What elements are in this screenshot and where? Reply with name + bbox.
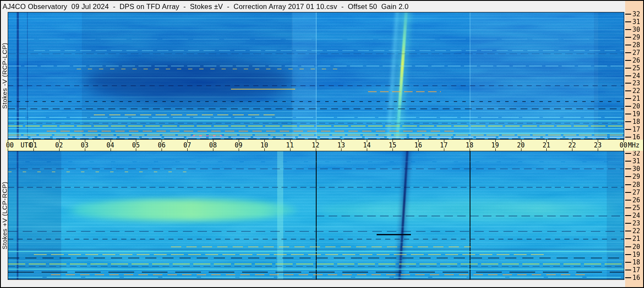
column-shade: [470, 12, 598, 139]
diagonal-streak: [391, 12, 412, 140]
interference-line: [8, 187, 624, 188]
title-bar: AJ4CO Observatory 09 Jul 2024 - DPS on T…: [1, 1, 625, 12]
column-shade: [277, 151, 283, 279]
interference-line: [171, 246, 471, 247]
interference-line: [8, 258, 624, 258]
interference-line: [8, 171, 188, 172]
hour-label: 21: [540, 141, 553, 149]
interference-line: [192, 135, 222, 136]
interference-line: [34, 254, 548, 255]
column-shade: [82, 12, 293, 139]
interference-line: [8, 279, 624, 279]
hour-label: 20: [515, 141, 527, 149]
interference-line: [8, 251, 624, 252]
interference-line: [8, 133, 624, 134]
interference-line: [8, 123, 624, 123]
absorption-region: [86, 60, 292, 102]
interference-line: [8, 231, 624, 232]
hour-label: 06: [155, 141, 168, 149]
interference-line: [8, 135, 624, 135]
time-axis-band: UTC MHz 00010203040506070809101112131415…: [6, 140, 643, 151]
hour-label: 23: [591, 141, 604, 149]
interference-line: [8, 269, 624, 270]
hour-label: 11: [284, 141, 297, 149]
interference-line: [8, 242, 624, 243]
interference-line: [8, 264, 624, 264]
interference-line: [8, 117, 624, 118]
vertical-event-line: [17, 151, 18, 279]
interference-line: [8, 128, 624, 129]
emission-band: [64, 199, 297, 221]
hour-label: 17: [437, 141, 450, 149]
interference-line: [368, 91, 441, 92]
interference-line: [8, 239, 624, 240]
interference-line: [8, 108, 624, 109]
hour-label: 07: [181, 141, 194, 149]
spectrogram-panel-bottom: [8, 151, 624, 280]
interference-line: [8, 120, 624, 121]
interference-line: [8, 168, 624, 169]
hour-label: 16: [412, 141, 425, 149]
vertical-event-line: [316, 12, 317, 139]
vertical-event-line: [470, 151, 470, 279]
interference-line: [47, 131, 454, 132]
interference-line: [51, 274, 587, 275]
interference-line: [8, 101, 624, 102]
interference-line: [8, 266, 624, 267]
interference-line: [8, 261, 624, 261]
hour-label: 03: [78, 141, 91, 149]
column-shade: [607, 151, 624, 279]
hour-label: 00: [6, 141, 21, 149]
hour-label: 05: [129, 141, 142, 149]
hour-label: 22: [566, 141, 578, 149]
interference-line: [8, 39, 624, 39]
panel-label-bottom: Stokes +V (LCP-RCP): [1, 151, 8, 280]
interference-line: [8, 137, 624, 138]
diagonal-streak: [398, 151, 408, 280]
interference-line: [34, 50, 624, 51]
interference-line: [231, 89, 295, 90]
hour-label: 12: [309, 141, 322, 149]
interference-line: [8, 78, 624, 78]
interference-line: [8, 162, 624, 162]
interference-line: [8, 30, 624, 30]
column-shade: [8, 151, 61, 279]
vertical-event-line: [470, 12, 470, 139]
spectrograph-display: 3231302928272625242322212019181716323130…: [0, 0, 644, 288]
interference-line: [8, 18, 624, 19]
interference-line: [8, 111, 624, 112]
hour-label: 00: [617, 141, 630, 149]
column-shade: [292, 12, 317, 139]
diagonal-streak: [386, 12, 399, 140]
interference-line: [8, 66, 624, 66]
page-title: AJ4CO Observatory 09 Jul 2024 - DPS on T…: [3, 1, 409, 12]
interference-line: [8, 85, 624, 86]
hour-label: 14: [360, 141, 373, 149]
interference-line: [377, 234, 411, 235]
hour-label: 09: [232, 141, 245, 149]
interference-line: [8, 97, 624, 97]
spectrogram-top-features: [8, 12, 624, 139]
spectrogram-panel-top: [8, 12, 624, 140]
column-shade: [594, 12, 624, 139]
vertical-event-line: [316, 151, 317, 279]
hour-label: 15: [386, 141, 399, 149]
interference-line: [8, 272, 624, 273]
hour-label: 02: [53, 141, 66, 149]
hour-label: 19: [489, 141, 502, 149]
spectrogram-bottom-features: [8, 151, 624, 279]
diagonal-streak: [395, 12, 408, 140]
hour-label: 13: [335, 141, 347, 149]
interference-line: [8, 227, 624, 227]
panel-label-top: Stokes -V (RCP-LCP): [1, 12, 8, 140]
interference-line: [8, 249, 624, 249]
interference-line: [8, 277, 624, 278]
interference-line: [8, 126, 624, 126]
interference-line: [94, 114, 278, 115]
vertical-event-line: [17, 12, 19, 139]
hour-label: 04: [104, 141, 117, 149]
interference-line: [8, 54, 624, 54]
diagonal-streak: [395, 151, 410, 280]
interference-line: [8, 106, 624, 106]
hour-label: 01: [27, 141, 40, 149]
